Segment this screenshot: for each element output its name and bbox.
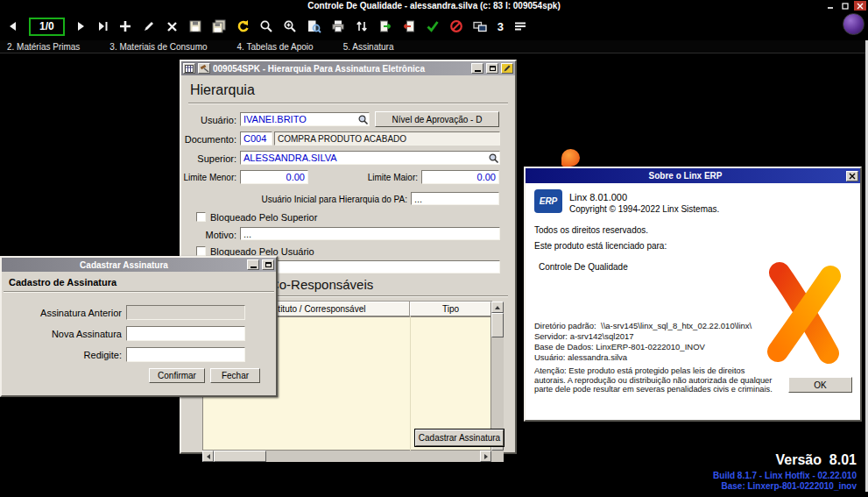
sort-button[interactable] xyxy=(355,19,369,33)
linx-logo-fragment-icon xyxy=(561,149,580,167)
hierarquia-titlebar[interactable]: 009054SPK - Hierarquia Para Assinatura E… xyxy=(181,61,515,75)
previous-record-button[interactable] xyxy=(7,20,19,32)
export-back-button[interactable] xyxy=(402,19,416,33)
print-button[interactable] xyxy=(331,19,345,33)
cadastrar-assinatura-button[interactable]: Cadastrar Assinatura xyxy=(415,430,504,446)
documento-descricao-value: COMPRA PRODUTO ACABADO xyxy=(278,134,406,144)
delete-record-button[interactable] xyxy=(166,20,179,33)
close-button[interactable] xyxy=(854,1,866,11)
last-arrow-icon xyxy=(96,20,109,32)
licenciado-label: Este produto está licenciado para: xyxy=(534,241,667,251)
lookup-icon[interactable] xyxy=(488,153,499,164)
horizontal-scrollbar[interactable] xyxy=(202,451,491,462)
minimize-icon xyxy=(251,266,257,268)
limite-menor-label: Limite Menor: xyxy=(181,173,236,182)
minimize-button[interactable] xyxy=(824,1,836,11)
direitos-text: Todos os direitos reservados. xyxy=(534,225,648,235)
last-record-button[interactable] xyxy=(96,20,109,32)
usuario-field[interactable]: IVANEI.BRITO xyxy=(240,112,370,126)
search-icon xyxy=(259,19,273,33)
base-dados-line: Base de Dados: LinxERP-801-0222010_INOV xyxy=(534,342,705,351)
menu-button[interactable] xyxy=(513,19,527,33)
scroll-left-button[interactable] xyxy=(202,451,214,462)
maximize-button[interactable] xyxy=(839,1,851,11)
cadastrar-titlebar[interactable]: Cadastrar Assinatura xyxy=(2,258,276,272)
maximize-icon xyxy=(842,3,849,10)
tab-tabelas-apoio[interactable]: 4. Tabelas de Apoio xyxy=(237,42,314,52)
plus-icon xyxy=(118,19,132,33)
sobre-dialog-title: Sobre o Linx ERP xyxy=(527,171,843,181)
zoom-button[interactable] xyxy=(283,19,297,33)
erp-logo: ERP xyxy=(534,189,562,213)
documento-label: Documento: xyxy=(181,134,236,145)
motivo-usuario-field[interactable] xyxy=(240,260,500,273)
confirm-button[interactable] xyxy=(426,19,440,33)
previous-arrow-icon xyxy=(7,20,19,32)
superior-field[interactable]: ALESSANDRA.SILVA xyxy=(240,151,500,165)
sobre-dialog: Sobre o Linx ERP ERP Linx 8.01.000 Copyr… xyxy=(524,167,862,422)
save-all-button[interactable] xyxy=(212,19,226,33)
dialog-minimize-button[interactable] xyxy=(247,259,259,270)
save-button[interactable] xyxy=(188,19,202,33)
col-tipo-header[interactable]: Tipo xyxy=(410,302,491,316)
column-divider xyxy=(410,316,411,451)
vertical-scroll-thumb[interactable] xyxy=(491,313,504,337)
documento-codigo-field[interactable]: C004 xyxy=(240,131,272,146)
dialog-close-button[interactable] xyxy=(846,171,858,181)
print-preview-button[interactable] xyxy=(307,19,321,33)
hierarquia-heading: Hierarquia xyxy=(190,82,255,98)
delete-x-icon xyxy=(166,20,179,33)
edit-pencil-button[interactable] xyxy=(501,63,513,74)
motivo-field[interactable]: ... xyxy=(240,227,500,240)
superior-value: ALESSANDRA.SILVA xyxy=(243,153,337,163)
minimize-icon xyxy=(475,70,481,72)
table-icon xyxy=(185,65,194,73)
bloqueado-superior-checkbox[interactable] xyxy=(196,212,206,222)
undo-arrow-icon xyxy=(236,19,250,33)
dialog-minimize-button[interactable] xyxy=(471,63,483,74)
tab-materias-primas[interactable]: 2. Matérias Primas xyxy=(7,42,80,52)
window-titlebar: Controle De Qualidade - alessandra.silva… xyxy=(0,0,868,12)
limite-menor-value: 0.00 xyxy=(286,172,305,182)
limite-maior-field[interactable]: 0.00 xyxy=(421,170,499,184)
gavel-icon xyxy=(200,64,209,73)
maximize-icon xyxy=(265,262,272,267)
vertical-scrollbar[interactable] xyxy=(491,302,504,451)
tab-materiais-consumo[interactable]: 3. Materiais de Consumo xyxy=(109,42,207,52)
next-record-button[interactable] xyxy=(74,20,87,32)
add-record-button[interactable] xyxy=(118,19,132,33)
bloqueado-usuario-checkbox[interactable] xyxy=(196,246,206,256)
nivel-aprovacao-button[interactable]: Nível de Aprovação - D xyxy=(375,111,499,127)
redigite-field[interactable] xyxy=(126,347,245,362)
sobre-titlebar[interactable]: Sobre o Linx ERP xyxy=(526,168,860,183)
main-toolbar: 1/0 xyxy=(0,12,868,40)
tab-assinatura[interactable]: 5. Assinatura xyxy=(343,42,394,52)
hierarquia-dialog-title: 009054SPK - Hierarquia Para Assinatura E… xyxy=(213,64,469,74)
dialog-maximize-button[interactable] xyxy=(262,259,274,270)
cancel-button[interactable] xyxy=(449,19,463,33)
edit-record-button[interactable] xyxy=(142,19,156,33)
undo-button[interactable] xyxy=(236,19,250,33)
table-icon-button[interactable] xyxy=(183,63,195,74)
export-forward-button[interactable] xyxy=(378,19,392,33)
gavel-icon-button[interactable] xyxy=(198,63,210,74)
limite-menor-field[interactable]: 0.00 xyxy=(240,170,308,184)
remote-screens-button[interactable] xyxy=(473,20,488,33)
dialog-maximize-button[interactable] xyxy=(486,63,498,74)
linx-share-badge-icon[interactable] xyxy=(843,13,864,35)
confirmar-button[interactable]: Confirmar xyxy=(149,368,205,383)
scroll-right-button[interactable] xyxy=(480,451,491,462)
nova-assinatura-field[interactable] xyxy=(126,326,245,341)
copyright-warning: Atenção: Este produto está protegido pel… xyxy=(534,366,774,394)
lookup-icon[interactable] xyxy=(357,114,369,125)
search-button[interactable] xyxy=(259,19,273,33)
motivo-value: ... xyxy=(243,229,251,239)
cadastrar-assinatura-dialog: Cadastrar Assinatura Cadastro de Assinat… xyxy=(0,256,278,397)
ok-button[interactable]: OK xyxy=(788,377,852,393)
fechar-button[interactable]: Fechar xyxy=(210,368,260,383)
horizontal-scroll-thumb[interactable] xyxy=(214,451,266,462)
scroll-up-button[interactable] xyxy=(491,302,504,313)
up-arrow-icon xyxy=(495,306,500,309)
usuario-inicial-field[interactable]: ... xyxy=(411,192,499,205)
erp-logo-text: ERP xyxy=(540,196,558,206)
